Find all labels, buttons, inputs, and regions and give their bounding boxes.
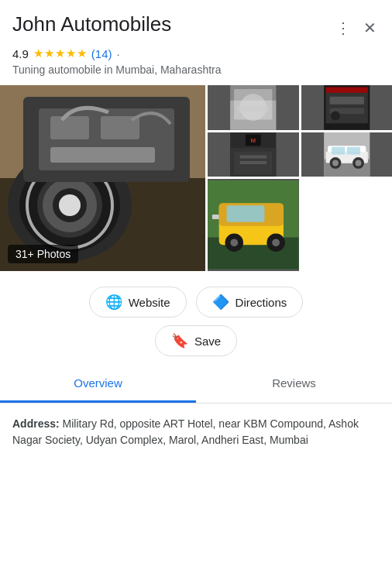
main-photo-svg: [0, 85, 205, 271]
thumb-4-svg: [301, 132, 393, 177]
action-row-top: 🌐 Website 🔷 Directions: [89, 287, 304, 318]
svg-point-39: [332, 160, 339, 166]
star-rating: ★ ★ ★ ★ ★: [33, 46, 87, 60]
photo-thumb-5[interactable]: [208, 179, 299, 271]
main-photo[interactable]: 31+ Photos: [0, 85, 205, 271]
svg-rect-37: [346, 146, 359, 154]
photos-grid[interactable]: 31+ Photos: [0, 85, 392, 271]
photos-side-grid: M: [208, 85, 392, 271]
thumb-3-svg: M: [208, 132, 299, 177]
review-count[interactable]: (14): [91, 47, 112, 60]
svg-point-41: [355, 160, 361, 166]
tab-overview[interactable]: Overview: [0, 366, 196, 403]
directions-label: Directions: [236, 296, 287, 309]
address-label: Address:: [12, 417, 60, 430]
svg-rect-13: [50, 147, 155, 163]
tab-bar: Overview Reviews: [0, 366, 392, 403]
star-3: ★: [55, 46, 65, 60]
more-options-button[interactable]: ⋮: [332, 15, 354, 40]
save-button[interactable]: 🔖 Save: [155, 325, 237, 356]
star-4: ★: [66, 46, 76, 60]
photo-thumb-4[interactable]: [301, 132, 393, 177]
svg-rect-31: [239, 161, 266, 164]
svg-rect-51: [212, 215, 219, 220]
thumb-5-svg: [208, 179, 299, 271]
address-block: Address: Military Rd, opposite ART Hotel…: [12, 416, 380, 448]
directions-icon: 🔷: [212, 294, 229, 311]
bookmark-icon: 🔖: [171, 332, 188, 349]
svg-rect-46: [226, 206, 264, 223]
header-actions: ⋮ ✕: [332, 12, 380, 40]
svg-point-8: [59, 194, 81, 216]
save-label: Save: [194, 335, 221, 348]
photo-thumb-3[interactable]: M: [208, 132, 299, 177]
photo-thumb-2[interactable]: [301, 85, 393, 130]
address-text: Military Rd, opposite ART Hotel, near KB…: [12, 417, 359, 446]
header: John Automobiles ⋮ ✕: [0, 0, 392, 46]
photos-count-badge: 31+ Photos: [8, 245, 78, 263]
photo-thumb-1[interactable]: [208, 85, 299, 130]
globe-icon: 🌐: [105, 294, 122, 311]
main-photo-placeholder: 31+ Photos: [0, 85, 205, 271]
dot-separator: ·: [117, 47, 120, 60]
star-1: ★: [33, 46, 43, 60]
thumb-2-svg: [301, 85, 393, 130]
rating-row: 4.9 ★ ★ ★ ★ ★ (14) ·: [0, 46, 392, 64]
svg-point-50: [272, 239, 280, 247]
svg-rect-21: [329, 97, 363, 105]
directions-button[interactable]: 🔷 Directions: [196, 287, 304, 318]
svg-point-23: [331, 112, 340, 121]
svg-rect-30: [239, 155, 266, 158]
svg-rect-11: [50, 116, 89, 139]
rating-number: 4.9: [12, 47, 29, 60]
svg-rect-24: [325, 87, 367, 92]
action-buttons-container: 🌐 Website 🔷 Directions 🔖 Save: [0, 271, 392, 366]
svg-rect-18: [238, 106, 268, 112]
close-button[interactable]: ✕: [360, 15, 380, 40]
tab-reviews[interactable]: Reviews: [196, 366, 392, 403]
business-subtitle: Tuning automobile in Mumbai, Maharashtra: [0, 64, 392, 85]
star-2: ★: [44, 46, 54, 60]
star-5: ★: [77, 46, 87, 60]
svg-rect-36: [332, 146, 345, 154]
svg-text:M: M: [250, 137, 256, 144]
website-label: Website: [129, 296, 170, 309]
svg-point-48: [230, 239, 238, 247]
overview-content: Address: Military Rd, opposite ART Hotel…: [0, 403, 392, 448]
website-button[interactable]: 🌐 Website: [89, 287, 187, 318]
page-title: John Automobiles: [12, 12, 332, 36]
thumb-1-svg: [208, 85, 299, 130]
